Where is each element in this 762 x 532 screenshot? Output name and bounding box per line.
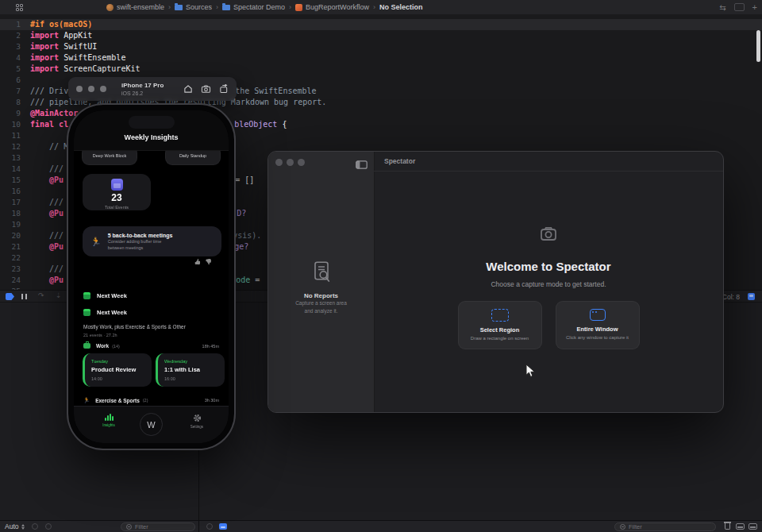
spectator-window: No Reports Capture a screen area and ana… <box>267 151 724 413</box>
jump-bar: swift-ensemble›Sources›Spectator Demo›Bu… <box>0 0 762 15</box>
pause-icon[interactable] <box>21 294 27 299</box>
section-next-week: Next Week <box>83 309 127 316</box>
clear-console-icon[interactable] <box>725 523 730 530</box>
folder-icon <box>222 5 230 10</box>
breadcrumb-item[interactable]: Spectator Demo <box>222 3 285 11</box>
mouse-cursor <box>525 364 537 381</box>
flag-icon[interactable] <box>32 523 38 530</box>
tab-icon[interactable] <box>734 3 745 11</box>
empty-title: No Reports <box>304 292 338 299</box>
total-events-value: 23 <box>111 192 121 203</box>
code-line: 3import SwiftUI <box>0 41 762 52</box>
info-icon[interactable] <box>45 523 52 530</box>
swift-icon <box>295 4 302 11</box>
zoom-button[interactable] <box>298 159 305 166</box>
console-panel-icon[interactable] <box>749 523 757 530</box>
select-region-button[interactable]: Select Region Draw a rectangle on screen <box>458 301 542 349</box>
window-outline-icon <box>590 309 606 321</box>
chevron-right-icon: › <box>289 3 291 11</box>
calendar-icon <box>111 179 123 191</box>
breadcrumb-item[interactable]: Sources <box>175 3 212 11</box>
runner-emoji-icon: 🏃 <box>90 237 102 247</box>
screenshot-icon[interactable] <box>201 84 211 94</box>
insight-subtitle: Consider adding buffer time <box>108 238 173 245</box>
feedback-buttons: 👍👎 <box>194 259 216 265</box>
runner-emoji-icon: 🏃 <box>83 397 90 403</box>
rotate-icon[interactable] <box>219 84 229 94</box>
breakpoints-toggle-icon[interactable] <box>6 293 14 300</box>
gear-icon <box>193 414 202 422</box>
console-filter-input[interactable]: Filter <box>614 522 716 531</box>
step-into-icon[interactable]: ⇣ <box>56 291 62 299</box>
os-version: iOS 26.2 <box>121 91 164 96</box>
empty-subtitle: Capture a screen area <box>295 299 347 307</box>
section-next-week: Next Week <box>83 292 127 299</box>
traffic-lights <box>275 159 305 166</box>
pkg-icon <box>106 4 114 11</box>
event-card[interactable]: Wednesday 1:1 with Lisa 16:00 <box>156 353 225 387</box>
app-title: Weekly Insights <box>74 133 229 141</box>
calendar-icon <box>83 309 90 316</box>
popup-chevrons-icon <box>21 524 25 530</box>
breadcrumb: swift-ensemble›Sources›Spectator Demo›Bu… <box>106 0 422 14</box>
column-indicator: Col: 8 <box>722 293 740 301</box>
work-category-row[interactable]: Work (14) 18h 45m <box>83 343 219 349</box>
dynamic-island <box>129 116 175 129</box>
simulator-toolbar: iPhone 17 Pro iOS 26.2 <box>68 77 237 101</box>
chevron-right-icon: › <box>168 3 171 11</box>
insight-card[interactable]: 🏃 5 back-to-back meetings Consider addin… <box>83 226 221 256</box>
home-icon[interactable] <box>183 84 193 94</box>
iphone-simulator: Weekly Insights Deep Work Block Daily St… <box>68 105 234 449</box>
close-button[interactable] <box>275 159 283 166</box>
minimize-button[interactable] <box>88 86 94 92</box>
capture-camera-icon <box>533 222 564 247</box>
xcode-window: swift-ensemble›Sources›Spectator Demo›Bu… <box>0 0 762 532</box>
tab-insights[interactable]: Insights <box>94 414 123 427</box>
capture-mode-buttons: Select Region Draw a rectangle on screen… <box>458 301 640 349</box>
window-title: Spectator <box>384 157 415 165</box>
filter-icon <box>620 524 625 530</box>
swap-editors-icon[interactable]: ⇆ <box>719 3 725 12</box>
add-editor-icon[interactable]: + <box>752 2 757 12</box>
editor-controls: ⇆ + <box>719 0 757 14</box>
statusbar-divider <box>198 521 199 532</box>
step-over-icon[interactable]: ↷ <box>38 291 44 299</box>
variables-filter-input[interactable]: Filter <box>121 522 195 531</box>
thumbs-down-icon[interactable]: 👎 <box>205 259 216 264</box>
tab-settings[interactable]: Settings <box>183 414 211 429</box>
close-button[interactable] <box>76 86 83 92</box>
empty-reports-state: No Reports Capture a screen area and ana… <box>268 261 374 314</box>
welcome-title: Welcome to Spectator <box>486 260 610 273</box>
briefcase-icon <box>83 343 90 349</box>
device-info: iPhone 17 Pro iOS 26.2 <box>121 83 164 96</box>
thumbs-up-icon[interactable]: 👍 <box>194 259 206 264</box>
filter-icon <box>126 524 132 530</box>
breadcrumb-item[interactable]: No Selection <box>379 3 423 11</box>
bar-chart-icon <box>105 414 114 421</box>
minimize-button[interactable] <box>287 159 294 166</box>
variables-scope-popup[interactable]: Auto <box>5 522 25 530</box>
console-mode-icon[interactable] <box>206 523 213 530</box>
exercise-category-row[interactable]: 🏃 Exercise & Sports (2) 3h 30m <box>83 397 219 403</box>
sidebar-toggle-icon[interactable] <box>356 158 368 172</box>
empty-subtitle: and analyze it. <box>305 307 338 315</box>
device-name: iPhone 17 Pro <box>121 83 164 89</box>
entire-window-button[interactable]: Entire Window Click any window to captur… <box>556 301 640 349</box>
region-dashed-icon <box>491 309 509 322</box>
total-events-card[interactable]: 23 Total Events <box>83 174 151 210</box>
zoom-button[interactable] <box>100 86 106 92</box>
status-bar: Auto Filter Filter <box>0 520 762 532</box>
console-stack-icon[interactable] <box>219 523 227 530</box>
app-logo[interactable]: W <box>140 413 163 436</box>
variables-panel-icon[interactable] <box>736 523 745 530</box>
chevron-right-icon: › <box>216 3 218 11</box>
spectator-sidebar: No Reports Capture a screen area and ana… <box>268 152 375 412</box>
event-card[interactable]: Tuesday Product Review 14:00 <box>83 353 152 387</box>
chevron-right-icon: › <box>373 3 375 11</box>
device-icon[interactable] <box>748 293 755 300</box>
breadcrumb-item[interactable]: swift-ensemble <box>106 3 164 11</box>
grid-icon[interactable] <box>16 4 23 11</box>
code-line: 5import ScreenCaptureKit <box>0 64 762 75</box>
breadcrumb-item[interactable]: BugReportWorkflow <box>295 3 369 11</box>
editor-scrollbar[interactable] <box>756 30 760 62</box>
